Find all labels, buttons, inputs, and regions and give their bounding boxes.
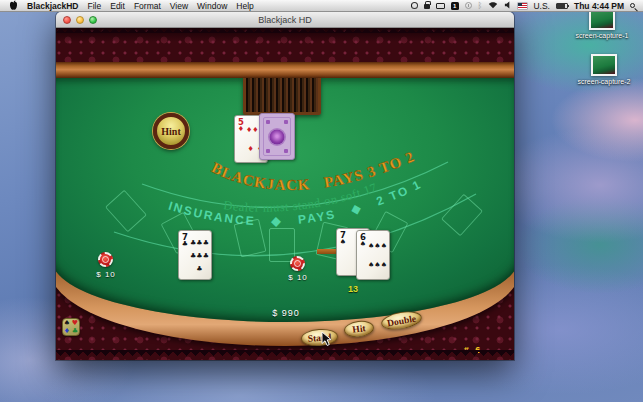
menu-clock[interactable]: Thu 4:44 PM xyxy=(574,1,624,11)
menu-bar: BlackjackHD File Edit Format View Window… xyxy=(0,0,643,12)
active-hand-arrow-icon xyxy=(317,249,337,254)
diamond-icon: ♦ xyxy=(64,328,70,335)
input-country-label[interactable]: U.S. xyxy=(533,1,550,11)
window-titlebar[interactable]: Blackjack HD xyxy=(56,12,514,28)
card-suit: ♦ xyxy=(237,126,246,133)
menu-window[interactable]: Window xyxy=(197,1,227,11)
bluetooth-icon[interactable]: ᛒ xyxy=(478,2,483,10)
border-pattern xyxy=(56,350,514,356)
heart-icon: ♥ xyxy=(72,320,78,327)
clock-status-icon[interactable] xyxy=(465,2,472,9)
hint-button[interactable]: Hint xyxy=(153,113,189,149)
table-wood-bar xyxy=(56,62,514,78)
deck-settings-button[interactable]: ♠ ♥ ♦ ♣ xyxy=(62,318,80,336)
input-source-icon[interactable]: 1 xyxy=(451,2,459,10)
file-thumbnail xyxy=(591,54,617,76)
desktop-icon-label: screen-capture-2 xyxy=(573,78,635,85)
window-title: Blackjack HD xyxy=(56,15,514,25)
hand2-card-2: 6 ♠ ♠♠♠♠♠♠ xyxy=(356,230,390,280)
club-icon: ♣ xyxy=(72,328,78,335)
menu-file[interactable]: File xyxy=(88,1,102,11)
balance-amount: $ 990 xyxy=(216,308,356,318)
desktop-icon-screen-capture-1[interactable]: screen-capture-1 xyxy=(571,8,633,39)
card-shoe xyxy=(243,78,321,115)
card-suit: ♣ xyxy=(181,241,190,248)
lock-icon[interactable] xyxy=(424,4,430,9)
card-pips: ♣♣♣♣♣♣♣ xyxy=(190,236,209,275)
apple-menu-icon[interactable] xyxy=(9,0,18,11)
card-back-medallion xyxy=(270,129,285,144)
spade-icon: ♠ xyxy=(64,320,70,327)
time-machine-icon[interactable] xyxy=(411,2,418,9)
menu-app-name[interactable]: BlackjackHD xyxy=(27,1,79,11)
hand1-bet-amount: $ 10 xyxy=(84,270,128,279)
hand2-total: 13 xyxy=(338,284,368,294)
spotlight-icon[interactable] xyxy=(630,3,635,8)
wifi-icon[interactable] xyxy=(488,1,498,11)
volume-icon[interactable] xyxy=(504,1,512,11)
hand2-bet-chip xyxy=(290,256,305,271)
card-pips: ♠♠♠♠♠♠ xyxy=(368,236,387,275)
desktop-icon-label: screen-capture-1 xyxy=(571,32,633,39)
bet-spot-4[interactable] xyxy=(269,228,295,262)
us-flag-icon[interactable] xyxy=(518,3,527,9)
dealer-hole-card xyxy=(259,113,295,160)
card-suit: ♠ xyxy=(339,239,348,246)
card-suit: ♠ xyxy=(359,241,368,248)
hand2-bet-amount: $ 10 xyxy=(276,273,320,282)
battery-icon[interactable] xyxy=(556,3,568,9)
hand1-bet-chip xyxy=(98,252,113,267)
blackjack-window: Blackjack HD BLACKJACK PAYS 3 TO 2 Deale… xyxy=(56,12,514,360)
display-icon[interactable] xyxy=(436,3,445,9)
menu-help[interactable]: Help xyxy=(236,1,253,11)
menu-view[interactable]: View xyxy=(170,1,188,11)
game-area: BLACKJACK PAYS 3 TO 2 Dealer must stand … xyxy=(56,28,514,360)
menu-edit[interactable]: Edit xyxy=(110,1,125,11)
hand1-card-1: 7 ♣ ♣♣♣♣♣♣♣ xyxy=(178,230,212,280)
menu-format[interactable]: Format xyxy=(134,1,161,11)
border-pattern xyxy=(56,28,514,33)
desktop-icon-screen-capture-2[interactable]: screen-capture-2 xyxy=(573,54,635,85)
